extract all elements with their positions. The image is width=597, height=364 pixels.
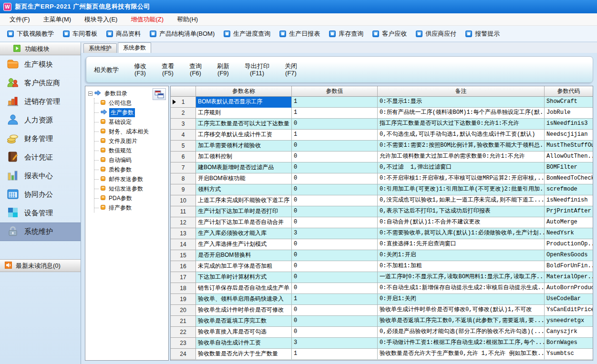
row-selector[interactable]: 23 <box>171 338 196 349</box>
cell-param-name[interactable]: 验收单生成计件时单价是否可修改 <box>196 305 292 316</box>
quickbar-item[interactable]: 商品资料 <box>104 30 143 38</box>
quickbar-item[interactable]: 库存查询 <box>327 30 366 38</box>
cell-param-value[interactable]: 0 <box>292 141 378 152</box>
sidebar-item[interactable]: 系统维护 <box>0 222 81 241</box>
sidebar-item[interactable]: 进销存管理 <box>0 92 81 111</box>
tree-item[interactable]: PDA参数 <box>94 193 168 203</box>
cell-remark[interactable]: 0:所有产品统一工序(领料读BOM)1:每个产品单独设定工序(默... <box>378 108 545 119</box>
tree-item[interactable]: 生产参数 <box>94 108 168 117</box>
cell-remark[interactable]: 0:直接选择1:先开启查询窗口 <box>378 239 545 250</box>
cell-param-value[interactable]: 1 <box>292 97 378 108</box>
cell-param-name[interactable]: 是否开启BOM替换料 <box>196 250 292 261</box>
cell-param-value[interactable]: 1 <box>292 108 378 119</box>
cell-remark[interactable]: 0:引用加工单(可更改)1:引用加工单(不可更改)2:批量引用加... <box>378 184 545 195</box>
cell-remark[interactable]: 0,没完成也可以验收1,如果上一道工序未完成,则不能下道工... <box>378 195 545 206</box>
quickbar-item[interactable]: 报警提示 <box>463 30 502 38</box>
tree-item[interactable]: 文件及图片 <box>94 136 168 146</box>
table-row[interactable]: 21验收单是否返填工序完工数0验收单是否返填工序完工数0,不返填(此参数下,需要… <box>171 316 593 327</box>
table-row[interactable]: 20验收单生成计件时单价是否可修改0验收单生成计件时单价是否可修改0,可修改(默… <box>171 305 593 316</box>
cell-param-code[interactable]: OpenResGoods <box>545 250 593 261</box>
column-header[interactable]: 参数值 <box>292 86 378 97</box>
cell-param-value[interactable]: 0 <box>292 152 378 162</box>
quickbar-item[interactable]: 生产进度查询 <box>221 30 273 38</box>
cell-remark[interactable]: 0,必须是产品验收时才能勾选(部分工序的验收不允许勾选)(... <box>378 327 545 338</box>
collapse-panel-button[interactable] <box>153 88 166 100</box>
cell-param-code[interactable]: AutoBornProduce <box>545 283 593 294</box>
cell-param-name[interactable]: 销售订单保存后是否自动生成生产单 <box>196 283 292 294</box>
toolbar-button[interactable]: 刷新(F9) <box>217 62 229 77</box>
cell-param-name[interactable]: 验收单是否返填工序完工数 <box>196 316 292 327</box>
cell-param-code[interactable]: BOMFilter <box>545 162 593 173</box>
cell-param-value[interactable]: 0 <box>292 327 378 338</box>
tree-item[interactable]: 自动编码 <box>94 155 168 165</box>
column-header[interactable]: 参数名称 <box>196 86 292 97</box>
table-row[interactable]: 10上道工序未完成则不能验收下道工序00,没完成也可以验收1,如果上一道工序未完… <box>171 195 593 206</box>
row-selector[interactable]: 15 <box>171 250 196 261</box>
table-row[interactable]: 12生产计划下达加工单是否自动合并00:自动合并(默认)1:不合并不建议更改Au… <box>171 217 593 228</box>
row-selector[interactable]: 20 <box>171 305 196 316</box>
cell-remark[interactable]: 0:自动合并(默认)1:不合并不建议更改 <box>378 217 545 228</box>
tree-item[interactable]: 质检参数 <box>94 165 168 174</box>
cell-param-value[interactable]: 0 <box>292 195 378 206</box>
cell-param-value[interactable]: 1 <box>292 130 378 141</box>
cell-param-value[interactable]: 1 <box>292 349 378 360</box>
row-selector[interactable]: 17 <box>171 272 196 283</box>
menu-item[interactable]: 模块导入(E) <box>78 15 124 24</box>
cell-remark[interactable]: 一道工序时0:不显示工序,读取BOM用料1:显示工序,读取工序... <box>378 272 545 283</box>
quickbar-item[interactable]: 下载视频教学 <box>5 30 56 38</box>
cell-param-value[interactable]: 0 <box>292 162 378 173</box>
tree-item[interactable]: 排产参数 <box>94 203 168 212</box>
row-selector[interactable]: 10 <box>171 195 196 206</box>
cell-param-value[interactable]: 0 <box>292 239 378 250</box>
sidebar-item[interactable]: 报表中心 <box>0 167 81 185</box>
table-row[interactable]: 2工序规则10:所有产品统一工序(领料读BOM)1:每个产品单独设定工序(默..… <box>171 108 593 119</box>
table-row[interactable]: 18销售订单保存后是否自动生成生产单00:不自动生成1:新增保存自动提示生成2:… <box>171 283 593 294</box>
cell-param-name[interactable]: 验收单自动生成计件工资 <box>196 338 292 349</box>
row-selector[interactable]: 16 <box>171 261 196 272</box>
menu-item[interactable]: 文件(F) <box>3 15 37 24</box>
cell-param-code[interactable]: ysneedretgx <box>545 316 593 327</box>
cell-param-name[interactable]: 生产计划下达加工单是否自动合并 <box>196 217 292 228</box>
sidebar-item[interactable]: 协同办公 <box>0 185 81 204</box>
cell-param-name[interactable]: 验收单、领料单启用条码快速录入 <box>196 294 292 305</box>
quickbar-item[interactable]: 供应商应付 <box>413 30 459 38</box>
cell-remark[interactable]: 0,不勾选生成,可以手动勾选1,默认勾选生成计件工资(默认) <box>378 130 545 141</box>
cell-param-code[interactable]: AllowOutThen... <box>545 152 593 162</box>
quickbar-item[interactable]: 产品结构清单(BOM) <box>147 30 217 38</box>
toolbar-button[interactable]: 查看(F5) <box>162 62 174 77</box>
menu-item[interactable]: 帮助(H) <box>170 15 205 24</box>
cell-param-name[interactable]: 工序规则 <box>196 108 292 119</box>
cell-remark[interactable]: 0:手动做计件工资1:根据工序自动生成2:根据加工工序,每个... <box>378 338 545 349</box>
row-selector[interactable]: 8 <box>171 173 196 184</box>
sidebar-item[interactable]: 设备管理 <box>0 204 81 222</box>
tree-item[interactable]: 财务、成本相关 <box>94 127 168 136</box>
row-selector[interactable]: 4 <box>171 130 196 141</box>
column-header[interactable]: 参数代码 <box>545 86 593 97</box>
cell-remark[interactable]: 指工序完工数量是否可以大过下达数量0:允许1:不允许 <box>378 119 545 130</box>
table-row[interactable]: 16未完成的加工单字体是否加粗00:不加粗1:加粗BoldForUnFin... <box>171 261 593 272</box>
cell-param-name[interactable]: 未完成的加工单字体是否加粗 <box>196 261 292 272</box>
cell-param-value[interactable]: 3 <box>292 228 378 239</box>
cell-param-value[interactable]: 0 <box>292 250 378 261</box>
cell-param-name[interactable]: 工序移交单默认生成计件工资 <box>196 130 292 141</box>
row-selector[interactable]: 21 <box>171 316 196 327</box>
quickbar-item[interactable]: 生产日报表 <box>277 30 322 38</box>
row-selector[interactable]: 22 <box>171 327 196 338</box>
tab[interactable]: 系统维护 <box>83 43 117 53</box>
cell-param-code[interactable]: Canyszjrk <box>545 327 593 338</box>
sidebar-item[interactable]: 生产模块 <box>0 55 81 74</box>
sidebar-item[interactable]: 人力资源 <box>0 111 81 130</box>
cell-param-code[interactable]: MaterialOper... <box>545 272 593 283</box>
tab[interactable]: 系统参数 <box>118 42 151 53</box>
table-row[interactable]: 7建BOM表新增时是否过滤产品00,不过滤 1,弹出过滤窗口BOMFilter <box>171 162 593 173</box>
cell-remark[interactable]: 0:不加粗1:加粗 <box>378 261 545 272</box>
cell-remark[interactable]: 0:不开启审核1:开启审核,不审核可以做MRP运算2:开启审核,... <box>378 173 545 184</box>
sidebar-item[interactable]: 财务管理 <box>0 130 81 148</box>
menu-item[interactable]: 主菜单(M) <box>37 15 78 24</box>
cell-param-name[interactable]: 工序完工数量是否可以大过下达数量 <box>196 119 292 130</box>
cell-remark[interactable]: 验收单是否返填工序完工数0,不返填(此参数下,需要返填,要... <box>378 316 545 327</box>
cell-remark[interactable]: 0:不需要验收单,就可以入库(默认)1:必须做验收单,生产计划... <box>378 228 545 239</box>
row-selector[interactable]: 11 <box>171 206 196 217</box>
quickbar-item[interactable]: 客户应收 <box>370 30 409 38</box>
row-selector[interactable]: 24 <box>171 349 196 360</box>
